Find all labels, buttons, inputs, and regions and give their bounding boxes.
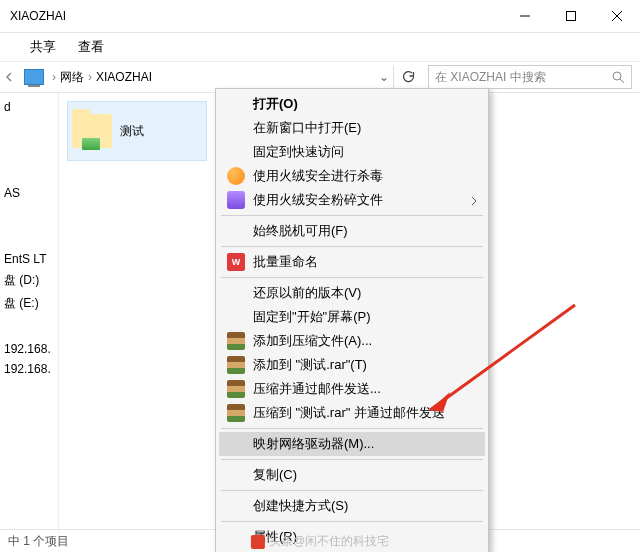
wps-icon: W bbox=[227, 253, 245, 271]
close-button[interactable] bbox=[594, 0, 640, 32]
tab-share[interactable]: 共享 bbox=[30, 38, 56, 56]
menu-compress-rar-mail[interactable]: 压缩到 "测试.rar" 并通过邮件发送 bbox=[219, 401, 485, 425]
folder-name: 测试 bbox=[120, 123, 144, 140]
rar-icon bbox=[227, 380, 245, 398]
svg-rect-1 bbox=[567, 12, 576, 21]
menu-properties[interactable]: 属性(R) bbox=[219, 525, 485, 549]
status-item-count: 中 1 个项目 bbox=[8, 533, 69, 550]
menu-open[interactable]: 打开(O) bbox=[219, 92, 485, 116]
sidebar-item[interactable]: 192.168. bbox=[0, 339, 58, 359]
chevron-left-icon bbox=[4, 72, 14, 82]
menu-pin-start[interactable]: 固定到"开始"屏幕(P) bbox=[219, 305, 485, 329]
sidebar-item[interactable]: d bbox=[0, 97, 58, 117]
huorong-icon bbox=[227, 167, 245, 185]
search-icon bbox=[612, 71, 625, 84]
window-title: XIAOZHAI bbox=[10, 9, 502, 23]
menu-separator bbox=[221, 246, 483, 247]
menu-add-rar[interactable]: 添加到 "测试.rar"(T) bbox=[219, 353, 485, 377]
menu-open-new-window[interactable]: 在新窗口中打开(E) bbox=[219, 116, 485, 140]
menu-separator bbox=[221, 215, 483, 216]
sidebar-item[interactable]: AS bbox=[0, 183, 58, 203]
breadcrumb[interactable]: › 网络 › XIAOZHAI bbox=[50, 69, 379, 86]
sidebar-item[interactable]: 192.168. bbox=[0, 359, 58, 379]
titlebar: XIAOZHAI bbox=[0, 0, 640, 33]
refresh-button[interactable] bbox=[393, 66, 422, 88]
computer-icon[interactable] bbox=[24, 69, 44, 85]
maximize-button[interactable] bbox=[548, 0, 594, 32]
rar-icon bbox=[227, 404, 245, 422]
menu-huorong-shred[interactable]: 使用火绒安全粉碎文件 bbox=[219, 188, 485, 212]
menu-separator bbox=[221, 428, 483, 429]
shred-icon bbox=[227, 191, 245, 209]
menu-separator bbox=[221, 459, 483, 460]
shared-folder-icon bbox=[72, 114, 112, 148]
svg-point-4 bbox=[613, 72, 621, 80]
menu-huorong-scan[interactable]: 使用火绒安全进行杀毒 bbox=[219, 164, 485, 188]
menu-pin-quick-access[interactable]: 固定到快速访问 bbox=[219, 140, 485, 164]
menu-compress-mail[interactable]: 压缩并通过邮件发送... bbox=[219, 377, 485, 401]
context-menu: 打开(O) 在新窗口中打开(E) 固定到快速访问 使用火绒安全进行杀毒 使用火绒… bbox=[215, 88, 489, 552]
ribbon-tabs: 共享 查看 bbox=[0, 33, 640, 62]
menu-batch-rename[interactable]: W批量重命名 bbox=[219, 250, 485, 274]
menu-create-shortcut[interactable]: 创建快捷方式(S) bbox=[219, 494, 485, 518]
sidebar-item[interactable]: EntS LT bbox=[0, 249, 58, 269]
sidebar-item[interactable]: 盘 (E:) bbox=[0, 292, 58, 315]
folder-item[interactable]: 测试 bbox=[67, 101, 207, 161]
sidebar-item[interactable]: 盘 (D:) bbox=[0, 269, 58, 292]
history-dropdown[interactable]: ⌄ bbox=[379, 66, 389, 88]
chevron-right-icon: › bbox=[52, 70, 56, 84]
menu-restore-previous[interactable]: 还原以前的版本(V) bbox=[219, 281, 485, 305]
menu-map-network-drive[interactable]: 映射网络驱动器(M)... bbox=[219, 432, 485, 456]
chevron-right-icon: › bbox=[88, 70, 92, 84]
rar-icon bbox=[227, 356, 245, 374]
refresh-icon bbox=[401, 70, 415, 84]
menu-separator bbox=[221, 277, 483, 278]
menu-add-archive[interactable]: 添加到压缩文件(A)... bbox=[219, 329, 485, 353]
search-input[interactable]: 在 XIAOZHAI 中搜索 bbox=[428, 65, 632, 89]
rar-icon bbox=[227, 332, 245, 350]
sidebar[interactable]: d AS EntS LT 盘 (D:) 盘 (E:) 192.168. 192.… bbox=[0, 93, 59, 533]
window: XIAOZHAI 共享 查看 › 网络 › XIAOZHAI ⌄ 在 XIAOZ… bbox=[0, 0, 640, 552]
menu-copy[interactable]: 复制(C) bbox=[219, 463, 485, 487]
minimize-button[interactable] bbox=[502, 0, 548, 32]
breadcrumb-host[interactable]: XIAOZHAI bbox=[96, 70, 152, 84]
menu-always-offline[interactable]: 始终脱机可用(F) bbox=[219, 219, 485, 243]
search-placeholder: 在 XIAOZHAI 中搜索 bbox=[435, 69, 612, 86]
breadcrumb-network[interactable]: 网络 bbox=[60, 69, 84, 86]
menu-separator bbox=[221, 490, 483, 491]
chevron-right-icon bbox=[471, 196, 477, 206]
menu-separator bbox=[221, 521, 483, 522]
tab-view[interactable]: 查看 bbox=[78, 38, 104, 56]
svg-line-5 bbox=[620, 79, 624, 83]
